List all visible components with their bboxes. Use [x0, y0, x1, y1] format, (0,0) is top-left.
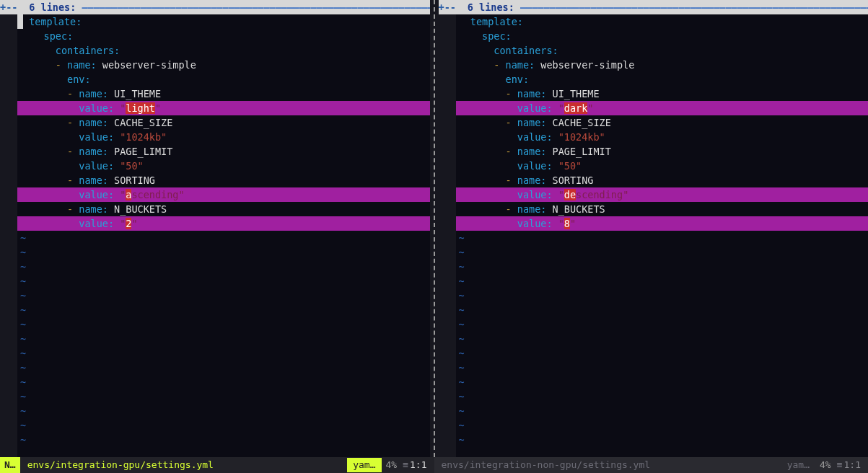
empty-line-tilde: ~	[456, 288, 869, 303]
statusbar-right: envs/integration-non-gpu/settings.yml ya…	[434, 457, 869, 473]
code-line-diff[interactable]: value: "2"	[17, 216, 430, 231]
code-line[interactable]: - name: webserver-simple	[17, 58, 430, 72]
code-line[interactable]: - name: UI_THEME	[456, 87, 869, 101]
code-line[interactable]: - name: N_BUCKETS	[17, 202, 430, 216]
empty-line-tilde: ~	[456, 389, 869, 404]
vim-diff-editor: +-- 6 lines: ———————————————————————————…	[0, 0, 868, 473]
empty-line-tilde: ~	[456, 418, 869, 433]
empty-line-tilde: ~	[456, 346, 869, 361]
empty-line-tilde: ~	[456, 274, 869, 288]
code-line[interactable]: template:	[17, 14, 430, 29]
fold-count: 6 lines:	[468, 1, 514, 13]
fold-dashes: ————————————————————————————————————————…	[82, 1, 429, 13]
empty-line-tilde: ~	[17, 231, 430, 245]
code-line[interactable]: containers:	[456, 43, 869, 58]
code-line[interactable]: - name: webserver-simple	[456, 58, 869, 72]
code-line[interactable]: value: "50"	[456, 159, 869, 173]
empty-line-tilde: ~	[17, 260, 430, 274]
empty-line-tilde: ~	[17, 433, 430, 447]
empty-line-tilde: ~	[17, 404, 430, 418]
sep-icon: ≡	[401, 458, 410, 472]
fold-plus-icon: +--	[439, 1, 456, 13]
code-line[interactable]: - name: UI_THEME	[17, 87, 430, 101]
left-fold-gutter: +--	[0, 0, 17, 457]
code-line[interactable]: containers:	[17, 43, 430, 58]
empty-line-tilde: ~	[17, 274, 430, 288]
sep-icon: ≡	[836, 458, 844, 472]
filetype-right: yam…	[781, 458, 815, 472]
left-pane[interactable]: 6 lines: ———————————————————————————————…	[17, 0, 430, 457]
code-line[interactable]: - name: SORTING	[17, 173, 430, 187]
code-line-diff[interactable]: value: "descending"	[456, 187, 869, 202]
code-line[interactable]: env:	[17, 72, 430, 87]
empty-line-tilde: ~	[456, 260, 869, 274]
code-line-diff[interactable]: value: "dark"	[456, 101, 869, 115]
code-line[interactable]: - name: CACHE_SIZE	[456, 115, 869, 130]
code-line[interactable]: - name: PAGE_LIMIT	[17, 144, 430, 159]
empty-line-tilde: ~	[456, 332, 869, 346]
code-line[interactable]: template:	[456, 14, 869, 29]
filetype-left: yam…	[347, 458, 381, 472]
empty-line-tilde: ~	[17, 303, 430, 317]
code-line[interactable]: value: "50"	[17, 159, 430, 173]
cursor	[17, 14, 23, 29]
file-path-right: envs/integration-non-gpu/settings.yml	[434, 458, 781, 472]
code-line[interactable]: spec:	[456, 29, 869, 43]
empty-line-tilde: ~	[17, 288, 430, 303]
code-line[interactable]: value: "1024kb"	[456, 130, 869, 144]
scroll-pct-right: 4%	[815, 458, 836, 472]
code-line[interactable]: spec:	[17, 29, 430, 43]
fold-plus-icon: +--	[0, 1, 17, 13]
fold-dashes: ————————————————————————————————————————…	[520, 1, 868, 13]
code-line-diff[interactable]: value: "ascending"	[17, 187, 430, 202]
code-line[interactable]: value: "1024kb"	[17, 130, 430, 144]
status-bars: N… envs/integration-gpu/settings.yml yam…	[0, 457, 868, 473]
empty-line-tilde: ~	[456, 231, 869, 245]
empty-line-tilde: ~	[17, 361, 430, 375]
code-line-diff[interactable]: value: "light"	[17, 101, 430, 115]
fold-header-right[interactable]: 6 lines: ———————————————————————————————…	[456, 0, 869, 14]
right-pane[interactable]: 6 lines: ———————————————————————————————…	[456, 0, 869, 457]
empty-line-tilde: ~	[456, 245, 869, 260]
mode-indicator: N…	[0, 457, 20, 473]
code-line[interactable]: - name: PAGE_LIMIT	[456, 144, 869, 159]
empty-line-tilde: ~	[17, 245, 430, 260]
fold-marker-right[interactable]: +--	[439, 0, 456, 14]
empty-line-tilde: ~	[456, 361, 869, 375]
code-line[interactable]: - name: N_BUCKETS	[456, 202, 869, 216]
empty-line-tilde: ~	[456, 433, 869, 447]
empty-line-tilde: ~	[456, 404, 869, 418]
empty-line-tilde: ~	[17, 375, 430, 389]
empty-line-tilde: ~	[17, 346, 430, 361]
split-panes: +-- 6 lines: ———————————————————————————…	[0, 0, 868, 457]
fold-header-left[interactable]: 6 lines: ———————————————————————————————…	[17, 0, 430, 14]
code-line[interactable]: - name: SORTING	[456, 173, 869, 187]
empty-line-tilde: ~	[17, 317, 430, 332]
code-line[interactable]: - name: CACHE_SIZE	[17, 115, 430, 130]
left-code-area[interactable]: template: spec: containers: - name: webs…	[17, 14, 430, 457]
right-code-area[interactable]: template: spec: containers: - name: webs…	[456, 14, 869, 457]
empty-line-tilde: ~	[17, 332, 430, 346]
statusbar-left: N… envs/integration-gpu/settings.yml yam…	[0, 457, 434, 473]
cursor-pos-left: 1:1	[410, 458, 434, 472]
fold-marker-left[interactable]: +--	[0, 0, 17, 14]
scroll-pct-left: 4%	[382, 458, 402, 472]
code-line-diff[interactable]: value: "8"	[456, 216, 869, 231]
empty-line-tilde: ~	[17, 418, 430, 433]
cursor-pos-right: 1:1	[844, 458, 868, 472]
code-line[interactable]: env:	[456, 72, 869, 87]
fold-count: 6 lines:	[29, 1, 76, 13]
empty-line-tilde: ~	[456, 317, 869, 332]
empty-line-tilde: ~	[456, 375, 869, 389]
file-path-left: envs/integration-gpu/settings.yml	[20, 458, 348, 472]
vertical-split-divider[interactable]	[430, 0, 439, 457]
empty-line-tilde: ~	[17, 389, 430, 404]
right-fold-gutter: +--	[439, 0, 456, 457]
empty-line-tilde: ~	[456, 303, 869, 317]
